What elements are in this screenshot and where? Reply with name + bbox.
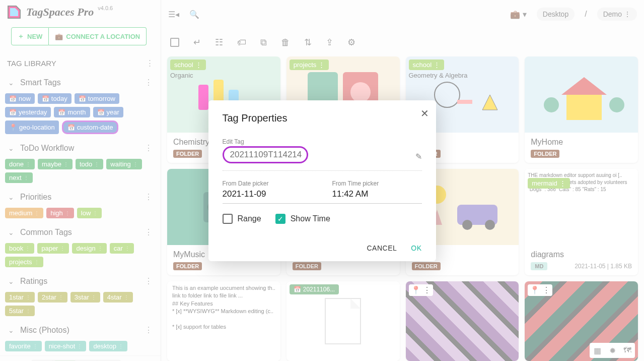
cancel-button[interactable]: CANCEL <box>367 244 397 252</box>
modal-title: Tag Properties <box>223 112 422 124</box>
tag-value-input[interactable]: 20211109T114214 <box>230 150 302 159</box>
from-date-label: From Date picker <box>223 180 312 187</box>
range-label: Range <box>238 214 261 223</box>
range-checkbox[interactable]: Range <box>223 214 261 224</box>
edit-icon[interactable]: ✎ <box>415 152 422 161</box>
checkbox-unchecked-icon <box>223 214 233 224</box>
modal-overlay: Tag Properties ✕ Edit Tag 20211109T11421… <box>0 0 644 361</box>
checkbox-checked-icon: ✓ <box>275 214 285 224</box>
from-date-input[interactable]: 2021-11-09 <box>223 189 312 199</box>
edit-tag-label: Edit Tag <box>223 138 422 145</box>
show-time-label: Show Time <box>291 214 330 223</box>
from-time-label: From Time picker <box>332 180 422 187</box>
tag-properties-modal: Tag Properties ✕ Edit Tag 20211109T11421… <box>208 100 436 261</box>
close-icon[interactable]: ✕ <box>420 107 429 119</box>
tag-input-highlight: 20211109T114214 <box>223 146 308 163</box>
ok-button[interactable]: OK <box>411 244 421 252</box>
show-time-checkbox[interactable]: ✓ Show Time <box>275 214 330 224</box>
from-time-input[interactable]: 11:42 AM <box>332 189 422 199</box>
